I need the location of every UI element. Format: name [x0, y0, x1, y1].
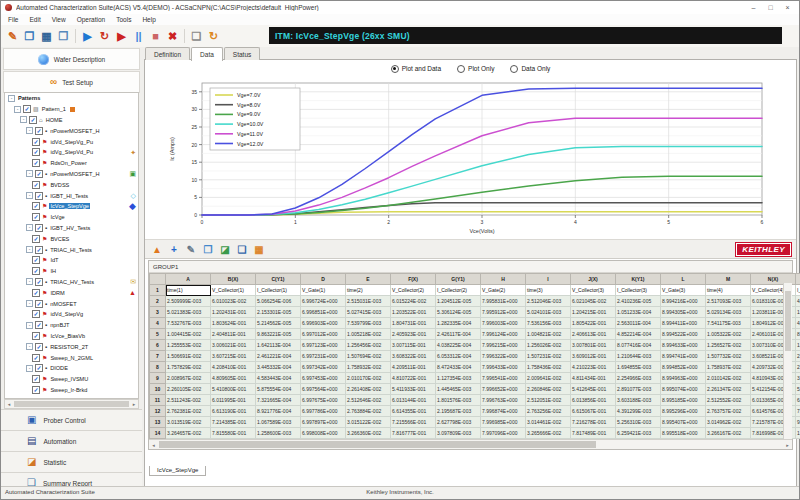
checkbox-checked-icon[interactable]: ✓ — [32, 138, 40, 146]
plot-colors-button[interactable]: ▦ — [252, 242, 266, 256]
tree-item-rdson-power[interactable]: ✓⚑RdsOn_Power — [5, 158, 138, 169]
checkbox-checked-icon[interactable]: ✓ — [32, 386, 40, 394]
row-header[interactable]: 6 — [150, 340, 166, 351]
cell[interactable]: 1.203522E-001 — [391, 307, 436, 318]
cell[interactable]: 5.306124E-005 — [436, 307, 481, 318]
cell[interactable]: 5.875554E-004 — [256, 384, 301, 395]
cell[interactable]: 8.994216E+000 — [661, 296, 706, 307]
cell[interactable]: 2.405923E-001 — [391, 329, 436, 340]
row-header[interactable]: 8 — [150, 362, 166, 373]
cell[interactable]: 8.994852E+000 — [661, 362, 706, 373]
cell[interactable]: 4.809605E-001 — [211, 373, 256, 384]
cell[interactable]: 3.608322E-001 — [391, 351, 436, 362]
col-header-o-y1[interactable]: O(Y1) — [796, 274, 800, 285]
cell[interactable]: 7.996215E+000 — [481, 340, 526, 351]
tab-status[interactable]: Status — [224, 47, 260, 60]
cell[interactable]: 3.015122E-002 — [346, 417, 391, 428]
cell[interactable]: 2.763256E-002 — [526, 406, 571, 417]
cell[interactable]: 9.134088E-003 — [796, 417, 800, 428]
tree-item-diode[interactable]: -✓▪DIODE — [5, 363, 138, 374]
cell[interactable]: 1.642113E-004 — [256, 340, 301, 351]
cell[interactable]: 6.998008E+000 — [301, 428, 346, 439]
cell[interactable]: I_Collector(1) — [256, 285, 301, 296]
cell[interactable]: 4.208410E-001 — [211, 362, 256, 373]
col-header-i[interactable]: I — [526, 274, 571, 285]
row-header[interactable]: 3 — [150, 307, 166, 318]
export-data-button[interactable]: ❏ — [235, 242, 249, 256]
cell[interactable]: 1.801576E-003 — [436, 395, 481, 406]
cell[interactable]: 2.511243E-002 — [166, 395, 211, 406]
cell[interactable]: 2.763757E-002 — [706, 406, 751, 417]
cell[interactable]: 2.254966E-003 — [616, 373, 661, 384]
cell[interactable]: 1.077320E-002 — [796, 428, 800, 439]
col-header-k-y1[interactable]: K(Y1) — [616, 274, 661, 285]
automation-button[interactable]: ▤Automation — [1, 430, 142, 451]
menu-view[interactable]: View — [52, 16, 66, 23]
tree-item-idrm[interactable]: ✓⚑IDRM▲ — [5, 287, 138, 298]
scroll-left-icon[interactable]: ◂ — [149, 442, 158, 448]
cell[interactable]: 1.127354E-003 — [436, 373, 481, 384]
cell[interactable]: 8.995518E+000 — [661, 428, 706, 439]
cell[interactable]: 1.402311E-003 — [796, 340, 800, 351]
cell[interactable]: 7.996322E+000 — [481, 351, 526, 362]
cell[interactable]: 2.763884E-002 — [346, 406, 391, 417]
cell[interactable]: 7.215566E-001 — [391, 417, 436, 428]
cell[interactable]: 7.216278E-001 — [571, 417, 616, 428]
cell[interactable]: 5.021383E-003 — [166, 307, 211, 318]
cell[interactable]: 8.994963E+000 — [661, 373, 706, 384]
cell[interactable]: 2.153301E-005 — [256, 307, 301, 318]
col-header-h[interactable]: H — [481, 274, 526, 285]
expander-icon[interactable]: - — [26, 343, 33, 350]
report-button[interactable]: ❏ — [188, 28, 205, 45]
row-header[interactable]: 1 — [150, 285, 166, 296]
scroll-right-icon[interactable]: ▸ — [130, 401, 138, 407]
expander-icon[interactable]: - — [26, 246, 33, 253]
cell[interactable]: 5.024101E-003 — [526, 307, 571, 318]
cell[interactable]: 5.021755E-003 — [796, 384, 800, 395]
cell[interactable]: 4.453125E-004 — [796, 318, 800, 329]
expander-icon[interactable]: - — [26, 300, 33, 307]
tree-item-icvce-stepvge[interactable]: ✓⚑IcVce_StepVge◆ — [5, 201, 138, 212]
tree-hscroll-thumb[interactable] — [14, 401, 129, 407]
menu-file[interactable]: File — [8, 16, 18, 23]
cell[interactable]: 8.995074E+000 — [661, 384, 706, 395]
cell[interactable]: 1.256456E-002 — [346, 340, 391, 351]
tree-item-idt[interactable]: ✓⚑IdT — [5, 255, 138, 266]
cell[interactable]: 4.102235E-005 — [796, 296, 800, 307]
edit-plot-button[interactable]: ✎ — [184, 242, 198, 256]
cell[interactable]: 7.996763E+000 — [481, 395, 526, 406]
cell[interactable]: V_Collector(2) — [391, 285, 436, 296]
cell[interactable]: 2.260846E-002 — [526, 384, 571, 395]
statistic-button[interactable]: ◪Statistic — [1, 451, 142, 472]
expander-icon[interactable]: - — [26, 322, 33, 329]
checkbox-checked-icon[interactable]: ✓ — [32, 375, 40, 383]
cell[interactable]: 7.214385E-001 — [211, 417, 256, 428]
cell[interactable]: 1.210644E-003 — [616, 351, 661, 362]
cell[interactable]: 8.077416E-004 — [616, 340, 661, 351]
cell[interactable]: 8.921776E-004 — [256, 406, 301, 417]
cell[interactable]: 4.038225E-004 — [436, 340, 481, 351]
cell[interactable]: 8.994522E+000 — [661, 329, 706, 340]
cell[interactable]: 1.758937E-002 — [706, 362, 751, 373]
tree-item-idvd-stepvg[interactable]: ✓⚑idVd_StepVg — [5, 309, 138, 320]
cell[interactable]: 2.426117E-004 — [436, 329, 481, 340]
cell[interactable]: 8.994741E+000 — [661, 351, 706, 362]
cell[interactable]: 1.204512E-005 — [436, 296, 481, 307]
cell[interactable]: 3.264657E-002 — [166, 428, 211, 439]
cell[interactable]: 7.539799E-003 — [346, 318, 391, 329]
open-plot-button[interactable]: ❐ — [201, 242, 215, 256]
tree-item-nmosfet[interactable]: -✓▪nMOSFET — [5, 298, 138, 309]
cell[interactable]: 4.209511E-001 — [391, 362, 436, 373]
run-append-button[interactable]: ▶ — [113, 28, 130, 45]
menu-help[interactable]: Help — [142, 16, 155, 23]
tree-item-igbt-hi-tests[interactable]: -✓▪IGBT_HI_Tests◇ — [5, 190, 138, 201]
checkbox-checked-icon[interactable]: ✓ — [29, 116, 37, 124]
cell[interactable]: 7.996541E+000 — [481, 373, 526, 384]
cell[interactable]: 1.004821E-002 — [526, 329, 571, 340]
checkbox-checked-icon[interactable]: ✓ — [32, 148, 40, 156]
checkbox-checked-icon[interactable]: ✓ — [35, 170, 43, 178]
cell[interactable]: 2.943533E-003 — [796, 362, 800, 373]
cell[interactable]: 2.563011E-004 — [616, 318, 661, 329]
cell[interactable]: 8.995296E+000 — [661, 406, 706, 417]
cell[interactable]: 7.815580E-001 — [211, 428, 256, 439]
